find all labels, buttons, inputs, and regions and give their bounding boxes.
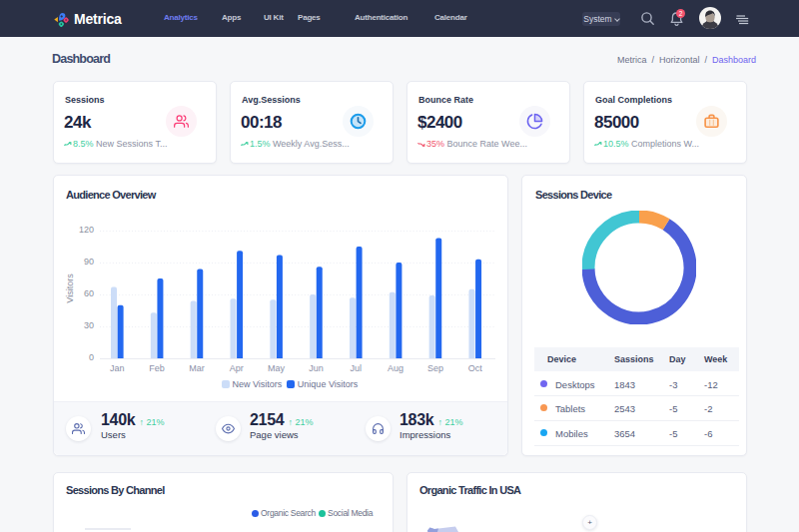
svg-text:Oct: Oct xyxy=(468,363,483,373)
svg-text:Aug: Aug xyxy=(388,363,403,373)
svg-text:Sep: Sep xyxy=(427,363,443,373)
svg-text:0: 0 xyxy=(89,352,94,362)
svg-text:Visitors: Visitors xyxy=(65,273,75,303)
svg-text:90: 90 xyxy=(84,257,94,266)
svg-text:30: 30 xyxy=(84,320,94,330)
svg-text:Feb: Feb xyxy=(149,363,165,373)
svg-text:60: 60 xyxy=(84,288,94,298)
svg-text:May: May xyxy=(268,363,286,373)
svg-text:120: 120 xyxy=(79,225,94,235)
svg-text:Jan: Jan xyxy=(110,363,125,373)
svg-text:Apr: Apr xyxy=(230,363,244,373)
svg-text:Jun: Jun xyxy=(309,363,324,373)
svg-text:Mar: Mar xyxy=(189,363,205,373)
svg-text:Jul: Jul xyxy=(351,363,363,373)
